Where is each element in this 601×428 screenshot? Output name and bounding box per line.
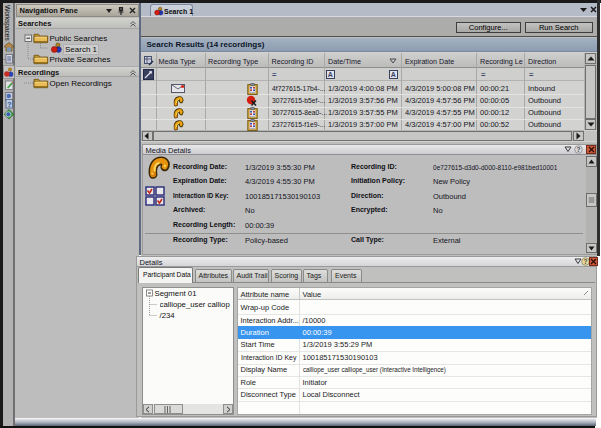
svg-text:?: ? <box>577 146 581 153</box>
svg-text:?: ? <box>584 258 588 265</box>
svg-text:A: A <box>328 71 333 78</box>
svg-text:A: A <box>391 71 396 78</box>
svg-text:?: ? <box>7 101 11 108</box>
